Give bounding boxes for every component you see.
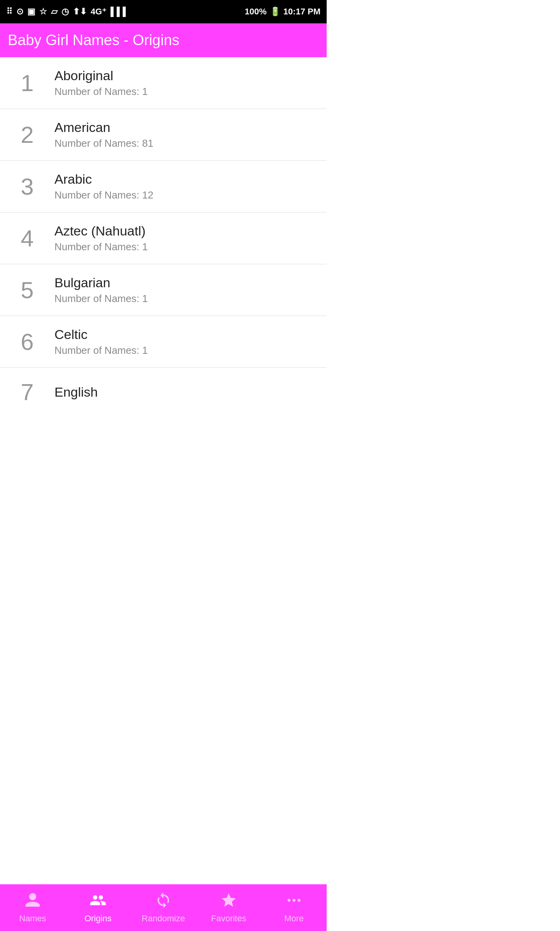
item-rank: 6: [8, 328, 47, 355]
time: 10:17 PM: [284, 7, 320, 17]
battery-percent: 100%: [245, 7, 266, 17]
more-icon: [285, 892, 303, 911]
svg-point-1: [292, 899, 295, 901]
dots-icon: ⠿: [6, 7, 12, 17]
shield-icon: ⊙: [16, 7, 23, 17]
origin-name: American: [54, 120, 153, 135]
list-item[interactable]: 6 Celtic Number of Names: 1: [0, 316, 327, 368]
count-value: 1: [142, 241, 147, 253]
phone-icon: ▱: [51, 7, 58, 17]
origin-name: Aztec (Nahuatl): [54, 223, 148, 239]
list-item[interactable]: 2 American Number of Names: 81: [0, 109, 327, 161]
status-bar-right: 100% 🔋 10:17 PM: [245, 7, 320, 17]
item-content: Bulgarian Number of Names: 1: [54, 275, 148, 305]
item-rank: 3: [8, 173, 47, 200]
count-value: 1: [142, 344, 147, 356]
origins-icon: [89, 892, 107, 911]
sim-icon: ▣: [27, 7, 35, 17]
svg-point-0: [288, 899, 290, 901]
list-item[interactable]: 4 Aztec (Nahuatl) Number of Names: 1: [0, 213, 327, 264]
item-content: Celtic Number of Names: 1: [54, 327, 148, 357]
page-title: Baby Girl Names - Origins: [8, 32, 179, 48]
item-rank: 4: [8, 225, 47, 252]
origin-name: Aboriginal: [54, 68, 148, 83]
favorites-icon: [220, 892, 237, 911]
item-content: English: [54, 385, 98, 400]
list-item[interactable]: 7 English: [0, 368, 327, 416]
nav-label-origins: Origins: [84, 913, 112, 924]
item-rank: 5: [8, 277, 47, 304]
nav-item-randomize[interactable]: Randomize: [131, 884, 196, 931]
4g-icon: 4G⁺: [91, 7, 107, 17]
count-label: Number of Names:: [54, 241, 139, 253]
names-icon: [24, 892, 41, 911]
nav-item-names[interactable]: Names: [0, 884, 65, 931]
origins-list: 1 Aboriginal Number of Names: 1 2 Americ…: [0, 57, 327, 416]
origin-name: English: [54, 385, 98, 400]
count-value: 81: [142, 137, 153, 149]
origin-name: Arabic: [54, 172, 153, 187]
item-rank: 7: [8, 379, 47, 406]
nav-label-randomize: Randomize: [142, 913, 185, 924]
origin-name: Celtic: [54, 327, 148, 342]
count-label: Number of Names:: [54, 344, 139, 356]
battery-icon: 🔋: [270, 7, 280, 17]
bluetooth-icon: ☆: [39, 7, 47, 17]
count-value: 12: [142, 189, 153, 201]
origin-count: Number of Names: 1: [54, 241, 148, 253]
count-label: Number of Names:: [54, 86, 139, 97]
app-header: Baby Girl Names - Origins: [0, 23, 327, 57]
status-bar-left: ⠿ ⊙ ▣ ☆ ▱ ◷ ⬆⬇ 4G⁺ ▌▌▌: [6, 7, 129, 17]
count-value: 1: [142, 293, 147, 304]
nav-item-favorites[interactable]: Favorites: [196, 884, 261, 931]
item-content: Aboriginal Number of Names: 1: [54, 68, 148, 98]
list-item[interactable]: 1 Aboriginal Number of Names: 1: [0, 57, 327, 109]
item-content: Aztec (Nahuatl) Number of Names: 1: [54, 223, 148, 253]
list-item[interactable]: 3 Arabic Number of Names: 12: [0, 161, 327, 213]
signal-icon: ⬆⬇: [73, 7, 87, 17]
bottom-nav: Names Origins Randomize Favorites: [0, 884, 327, 931]
nav-label-names: Names: [19, 913, 46, 924]
item-rank: 2: [8, 121, 47, 148]
count-label: Number of Names:: [54, 293, 139, 304]
origin-count: Number of Names: 1: [54, 344, 148, 357]
alarm-icon: ◷: [61, 7, 69, 17]
nav-item-origins[interactable]: Origins: [65, 884, 131, 931]
item-content: American Number of Names: 81: [54, 120, 153, 149]
count-label: Number of Names:: [54, 137, 139, 149]
origin-name: Bulgarian: [54, 275, 148, 290]
svg-point-2: [298, 899, 300, 901]
count-label: Number of Names:: [54, 189, 139, 201]
item-rank: 1: [8, 70, 47, 97]
bars-icon: ▌▌▌: [110, 7, 129, 17]
origin-count: Number of Names: 1: [54, 293, 148, 305]
origin-count: Number of Names: 12: [54, 189, 153, 201]
status-bar: ⠿ ⊙ ▣ ☆ ▱ ◷ ⬆⬇ 4G⁺ ▌▌▌ 100% 🔋 10:17 PM: [0, 0, 327, 23]
count-value: 1: [142, 86, 147, 97]
nav-label-favorites: Favorites: [211, 913, 246, 924]
list-item[interactable]: 5 Bulgarian Number of Names: 1: [0, 264, 327, 316]
origin-count: Number of Names: 1: [54, 86, 148, 98]
origin-count: Number of Names: 81: [54, 137, 153, 149]
randomize-icon: [155, 892, 172, 911]
item-content: Arabic Number of Names: 12: [54, 172, 153, 201]
nav-item-more[interactable]: More: [261, 884, 327, 931]
nav-label-more: More: [284, 913, 304, 924]
